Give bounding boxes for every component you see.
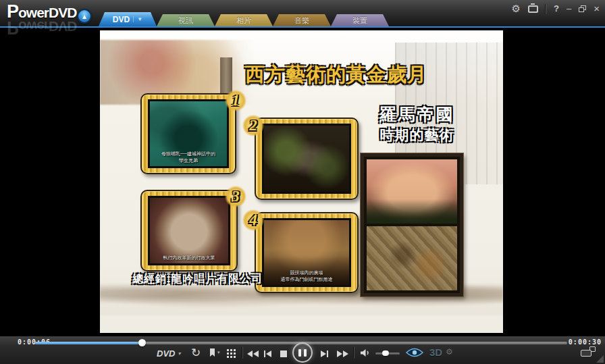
chapter-thumbnail-1[interactable]: 母狼哺乳──建城神話中的 孿生兄弟 1 xyxy=(140,93,236,174)
thumbnail-1-caption: 母狼哺乳──建城神話中的 孿生兄弟 xyxy=(150,151,227,164)
tab-device-label: 裝置 xyxy=(352,16,367,26)
total-time: 0:00:30 xyxy=(569,338,602,346)
stop-button[interactable] xyxy=(280,350,287,357)
pause-icon xyxy=(298,349,301,357)
chapter-thumbnail-4[interactable]: 競技場內的廣場 通常作為鬥劍或鬥獸用途 4 xyxy=(255,212,359,293)
bookmark-icon xyxy=(209,348,216,357)
volume-thumb[interactable] xyxy=(382,350,389,356)
chapter-thumbnail-2[interactable]: 2 xyxy=(255,118,359,200)
tab-dvd-label: DVD xyxy=(113,15,130,24)
resize-grip[interactable] xyxy=(596,355,604,363)
stop-icon xyxy=(280,350,287,357)
distributor-text: 總經銷:龍吟唱片有限公司 xyxy=(132,272,263,286)
video-stage: 西方藝術的黃金歲月 羅馬帝國 時期的藝術 母狼哺乳──建城神話中的 孿生兄弟 1… xyxy=(0,29,605,336)
previous-icon xyxy=(264,350,265,357)
3d-mode-button[interactable]: 3D xyxy=(429,346,442,358)
fast-forward-button[interactable] xyxy=(337,350,348,357)
truetheater-button[interactable] xyxy=(405,348,424,357)
tab-photo[interactable]: 相片 xyxy=(215,14,273,26)
mute-button[interactable] xyxy=(360,348,371,357)
tab-music[interactable]: 音樂 xyxy=(273,14,331,26)
grid-icon xyxy=(227,349,229,351)
tab-device[interactable]: 裝置 xyxy=(331,14,389,26)
logo-power-text: ower xyxy=(18,5,49,20)
thumbnail-3-image: 執行內政革新的行政大業 xyxy=(148,196,230,265)
truetheater-eye-icon xyxy=(405,348,424,357)
chevron-down-icon: ▾ xyxy=(178,350,180,357)
player-control-bar: 0:00:06 0:00:30 DVD ▾ ↻ ▾ xyxy=(0,336,605,364)
controls-divider xyxy=(354,346,354,359)
fast-forward-icon xyxy=(337,350,342,357)
menu-side-panel xyxy=(361,153,463,296)
speaker-icon xyxy=(360,348,371,357)
chapter-number-4: 4 xyxy=(242,209,264,231)
rewind-button[interactable] xyxy=(247,350,259,357)
display-icon xyxy=(581,346,596,357)
3d-settings-gear-icon[interactable]: ⚙ xyxy=(446,347,453,357)
menu-topic-line1: 羅馬帝國 xyxy=(358,103,476,126)
restore-button[interactable] xyxy=(579,5,586,12)
seek-fill xyxy=(35,342,142,344)
source-menu-label: DVD xyxy=(157,348,175,359)
tab-dvd[interactable]: DVD ▼ xyxy=(99,12,157,26)
pause-button[interactable] xyxy=(292,342,313,363)
chapter-number-1: 1 xyxy=(225,90,246,111)
display-device-button[interactable] xyxy=(581,346,596,357)
titlebar-divider xyxy=(546,4,546,14)
logo-p: P xyxy=(7,1,18,22)
tab-music-label: 音樂 xyxy=(294,16,309,26)
chapter-number-3: 3 xyxy=(225,186,246,207)
tab-photo-label: 相片 xyxy=(236,16,251,26)
logo-dvd-text: DVD xyxy=(49,5,76,20)
tab-video-label: 視訊 xyxy=(178,16,193,26)
colosseum-exterior-image xyxy=(367,159,457,224)
tab-video[interactable]: 視訊 xyxy=(157,14,215,26)
menu-topic-line2: 時期的藝術 xyxy=(358,126,476,144)
thumbnail-4-caption: 競技場內的廣場 通常作為鬥劍或鬥獸用途 xyxy=(264,269,349,283)
controls-divider xyxy=(242,346,243,359)
next-icon xyxy=(321,350,326,357)
chapter-thumbnail-3[interactable]: 執行內政革新的行政大業 3 xyxy=(140,190,238,271)
thumbnail-4-image: 競技場內的廣場 通常作為鬥劍或鬥獸用途 xyxy=(262,218,351,287)
next-chapter-button[interactable] xyxy=(321,350,328,357)
window-controls: ⚙ ? – × xyxy=(512,3,600,14)
thumbnail-1-image: 母狼哺乳──建城神話中的 孿生兄弟 xyxy=(148,99,229,168)
volume-slider[interactable] xyxy=(375,353,400,355)
repeat-button[interactable]: ↻ xyxy=(191,346,201,360)
app-logo: PowerDVD xyxy=(7,1,76,22)
powerdvd-window: PowerDVD PowerDVD ▲ DVD ▼ 視訊 相片 音樂 裝置 ⚙ … xyxy=(0,0,605,364)
chevron-down-icon[interactable]: ▼ xyxy=(133,16,142,22)
dvd-menu-video: 西方藝術的黃金歲月 羅馬帝國 時期的藝術 母狼哺乳──建城神話中的 孿生兄弟 1… xyxy=(100,30,503,333)
previous-chapter-button[interactable] xyxy=(264,350,271,357)
help-button[interactable]: ? xyxy=(554,3,559,14)
seek-thumb[interactable] xyxy=(138,339,146,346)
repeat-icon: ↻ xyxy=(191,346,201,360)
menu-grid-button[interactable] xyxy=(227,349,229,351)
chapter-number-2: 2 xyxy=(242,115,264,136)
close-button[interactable]: × xyxy=(594,3,600,14)
upgrade-icon[interactable]: ▲ xyxy=(77,9,92,24)
minimize-button[interactable]: – xyxy=(567,3,571,14)
chevron-down-icon: ▾ xyxy=(217,350,220,355)
settings-gear-icon[interactable]: ⚙ xyxy=(512,3,521,14)
source-menu-button[interactable]: DVD ▾ xyxy=(157,348,180,359)
bookmark-button[interactable]: ▾ xyxy=(209,348,220,357)
menu-title: 西方藝術的黃金歲月 xyxy=(235,61,438,88)
thumbnail-3-caption: 執行內政革新的行政大業 xyxy=(150,255,228,261)
menu-topic: 羅馬帝國 時期的藝術 xyxy=(358,103,476,144)
titlebar: PowerDVD PowerDVD ▲ DVD ▼ 視訊 相片 音樂 裝置 ⚙ … xyxy=(0,0,605,28)
triumph-painting-image xyxy=(367,226,457,290)
thumbnail-2-image xyxy=(262,124,351,194)
rewind-icon xyxy=(247,350,253,357)
tv-mode-icon[interactable] xyxy=(528,5,538,13)
